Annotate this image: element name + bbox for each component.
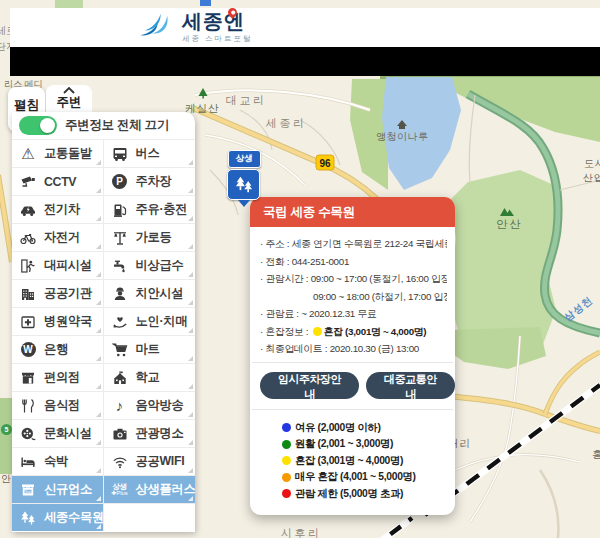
layer-item-police[interactable]: 치안시설: [104, 279, 196, 307]
layer-item-tourist-spot[interactable]: 관광명소: [104, 419, 196, 447]
parking-icon: P: [111, 173, 129, 190]
arboretum-map-marker[interactable]: 상생: [227, 150, 261, 207]
layer-grid: ⚠ 교통돌발 버스 CCTV P 주차장 전기차 주유·충전 자전거: [12, 139, 195, 531]
bank-won-icon: W: [19, 341, 37, 358]
storefront-icon: [19, 369, 37, 386]
legend-dot-green: [282, 440, 291, 449]
popup-title: 국립 세종 수목원: [263, 204, 355, 221]
detail-congestion: · 혼잡정보 : 혼잡 (3,001명 ~ 4,000명): [260, 323, 447, 341]
layer-item-music-broadcast[interactable]: ♪ 음악방송: [104, 391, 196, 419]
detail-address: · 주소 : 세종 연기면 수목원로 212-24 국립세종수목원: [260, 235, 447, 253]
public-transport-button[interactable]: 대중교통안내: [366, 372, 455, 399]
school-icon: [111, 369, 129, 386]
new-store-icon: New: [19, 481, 37, 498]
layer-item-senior-care[interactable]: 노인·치매: [104, 307, 196, 335]
map-label-sejongri: 세종리: [266, 116, 307, 131]
layer-item-bicycle[interactable]: 자전거: [12, 223, 104, 251]
legend-item: 관람 제한 (5,000명 초과): [282, 486, 455, 503]
legend-item: 여유 (2,000명 이하): [282, 420, 455, 437]
layer-item-mart[interactable]: 마트: [104, 335, 196, 363]
redacted-menu-bar: [10, 47, 600, 76]
marker-tail: [238, 200, 250, 207]
layer-item-culture[interactable]: 문화시설: [12, 419, 104, 447]
svg-text:96: 96: [319, 158, 331, 169]
map-label-hong: 홍: [592, 447, 600, 462]
map-label-fragment: 안: [1, 472, 11, 486]
layer-item-convenience-store[interactable]: 편의점: [12, 363, 104, 391]
hand-heart-icon: [111, 313, 129, 330]
shopping-cart-icon: [111, 341, 129, 358]
camera-icon: [111, 425, 129, 442]
legend-dot-red: [282, 489, 291, 498]
congestion-dot: [313, 327, 322, 336]
layer-item-hospital-pharmacy[interactable]: 병원약국: [12, 307, 104, 335]
layer-item-ev-car[interactable]: 전기차: [12, 195, 104, 223]
bicycle-icon: [19, 229, 37, 246]
popup-header: 국립 세종 수목원: [250, 197, 455, 227]
layer-item-school[interactable]: 학교: [104, 363, 196, 391]
bus-icon: [111, 145, 129, 162]
poi-popup: 국립 세종 수목원 · 주소 : 세종 연기면 수목원로 212-24 국립세종…: [250, 197, 455, 515]
layer-item-traffic-incident[interactable]: ⚠ 교통돌발: [12, 139, 104, 167]
streetlamp-icon: [111, 229, 129, 246]
legend-dot-blue: [282, 423, 291, 432]
hospital-cross-icon: [19, 313, 37, 330]
legend-dot-orange: [282, 473, 291, 482]
app-logo[interactable]: 세종엔 세종 스마트포털: [138, 11, 253, 44]
layer-item-sangsaeng-plus[interactable]: 상생✚Plus 상생플러스: [104, 475, 196, 503]
nearby-tab[interactable]: 주변: [46, 85, 92, 113]
layer-item-emergency-water[interactable]: 비상급수: [104, 251, 196, 279]
route-badge-96: 96: [316, 155, 334, 170]
detail-hours-2: 09:00 ~ 18:00 (하절기, 17:00 입장마감): [260, 288, 447, 306]
cctv-icon: [19, 173, 37, 190]
fork-knife-icon: [19, 397, 37, 414]
clipped-marker: [200, 0, 211, 6]
music-note-icon: ♪: [111, 397, 129, 414]
legend-item: 원활 (2,001 ~ 3,000명): [282, 436, 455, 453]
popup-buttons: 임시주차장안내 대중교통안내: [250, 363, 455, 409]
layer-item-cctv[interactable]: CCTV: [12, 167, 104, 195]
ev-car-icon: [19, 201, 37, 218]
temp-parking-button[interactable]: 임시주차장안내: [260, 372, 359, 399]
logo-subtitle: 세종 스마트포털: [182, 34, 253, 44]
fuel-pump-icon: [111, 201, 129, 218]
pine-trees-icon: [19, 509, 37, 526]
logo-title: 세종엔: [182, 11, 253, 31]
layer-item-sejong-arboretum[interactable]: 세종수목원: [12, 503, 104, 531]
layer-item-lodging[interactable]: 숙박: [12, 447, 104, 475]
sangsaeng-plus-logo-icon: 상생✚Plus: [111, 481, 129, 498]
emergency-exit-icon: [19, 257, 37, 274]
layer-item-streetlamp[interactable]: 가로등: [104, 223, 196, 251]
police-officer-icon: [111, 285, 129, 302]
layer-item-shelter[interactable]: 대피시설: [12, 251, 104, 279]
empty-cell: [104, 503, 196, 531]
layer-item-public-wifi[interactable]: 공공WIFI: [104, 447, 196, 475]
sangsaeng-badge: 상생: [228, 150, 261, 168]
map-label-dosi: 도시: [584, 157, 600, 171]
legend-dot-yellow: [282, 456, 291, 465]
chevron-up-icon: [63, 87, 75, 94]
layer-item-public-institution[interactable]: 공공기관: [12, 279, 104, 307]
map-viewport[interactable]: 96 대교리 세종리 케실산 앵청이나루 안산 도시 산업 삼성천 래리 홍 시…: [0, 0, 600, 538]
layer-item-restaurant[interactable]: 음식점: [12, 391, 104, 419]
detail-updated: · 최종업데이트 : 2020.10.30 (금) 13:00: [260, 340, 447, 358]
trees-pin-icon: [227, 169, 260, 200]
detail-hours: · 관람시간 : 09:00 ~ 17:00 (동절기, 16:00 입장마감): [260, 270, 447, 288]
wing-logo-icon: [138, 11, 176, 39]
toggle-label: 주변정보 전체 끄기: [65, 117, 169, 134]
congestion-legend: 여유 (2,000명 이하) 원활 (2,001 ~ 3,000명) 혼잡 (3…: [250, 410, 455, 516]
svg-text:New: New: [25, 489, 32, 493]
layer-item-new-business[interactable]: New 신규업소: [12, 475, 104, 503]
building-icon: [19, 285, 37, 302]
layer-item-bank[interactable]: W 은행: [12, 335, 104, 363]
layer-item-bus[interactable]: 버스: [104, 139, 196, 167]
detail-phone: · 전화 : 044-251-0001: [260, 253, 447, 271]
faucet-icon: [111, 257, 129, 274]
app-header: 세종엔 세종 스마트포털: [10, 8, 600, 47]
detail-fee: · 관람료 : ~ 2020.12.31 무료: [260, 305, 447, 323]
film-reel-icon: [19, 425, 37, 442]
layer-item-fuel-charging[interactable]: 주유·충전: [104, 195, 196, 223]
all-layers-toggle[interactable]: [19, 116, 57, 135]
legend-item: 매우 혼잡 (4,001 ~ 5,000명): [282, 469, 455, 486]
layer-item-parking[interactable]: P 주차장: [104, 167, 196, 195]
